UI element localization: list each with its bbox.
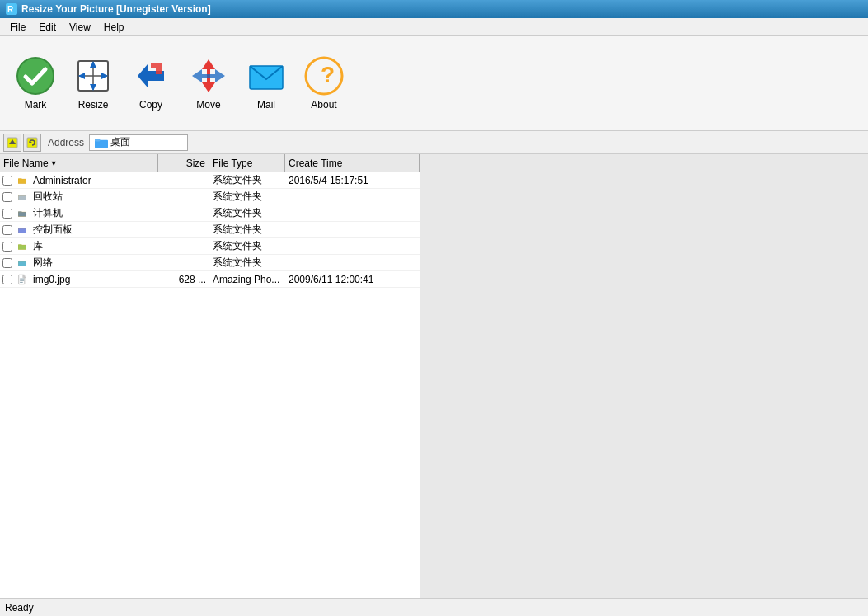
file-type-icon (15, 208, 30, 219)
file-checkbox[interactable] (0, 209, 15, 219)
file-type: 系统文件夹 (209, 190, 285, 204)
file-type: 系统文件夹 (209, 223, 285, 237)
preview-pane (420, 154, 868, 598)
file-type-icon (15, 224, 30, 236)
file-type-icon (15, 241, 30, 252)
nav-up-button[interactable] (3, 134, 21, 152)
move-icon (189, 56, 228, 96)
menu-view[interactable]: View (63, 20, 97, 35)
menu-file[interactable]: File (3, 20, 32, 35)
svg-rect-28 (18, 195, 26, 200)
file-row[interactable]: 网络系统文件夹 (0, 255, 420, 271)
svg-text:?: ? (321, 62, 335, 87)
file-name: 计算机 (30, 206, 158, 220)
title-bar: R Resize Your Picture [Unregister Versio… (0, 0, 868, 18)
file-create-time: 2009/6/11 12:00:41 (285, 274, 420, 285)
sort-arrow: ▼ (50, 159, 58, 167)
file-name: Administrator (30, 175, 158, 186)
file-type-icon (15, 257, 30, 269)
address-label: Address (48, 137, 84, 148)
menu-bar: File Edit View Help (0, 18, 868, 36)
mail-button[interactable]: Mail (237, 42, 295, 125)
file-type: 系统文件夹 (209, 173, 285, 187)
file-checkbox[interactable] (0, 258, 15, 268)
file-type: 系统文件夹 (209, 256, 285, 270)
col-header-size[interactable]: Size (158, 154, 209, 172)
main-content: File Name ▼ Size File Type Create Time A… (0, 154, 868, 598)
address-desktop-text: 桌面 (110, 135, 130, 149)
file-name: img0.jpg (30, 274, 158, 285)
menu-help[interactable]: Help (97, 20, 131, 35)
resize-button[interactable]: Resize (64, 42, 122, 125)
svg-point-2 (17, 58, 54, 94)
status-text: Ready (5, 602, 34, 614)
file-type: 系统文件夹 (209, 239, 285, 253)
copy-icon (131, 56, 171, 96)
toolbar: Mark Resize Copy (0, 36, 868, 131)
col-header-filetype[interactable]: File Type (209, 154, 285, 172)
file-checkbox[interactable] (0, 225, 15, 235)
mark-icon (16, 56, 55, 96)
svg-rect-43 (20, 278, 24, 279)
file-rows: Administrator系统文件夹2016/5/4 15:17:51 回收站系… (0, 172, 420, 598)
col-header-createtime[interactable]: Create Time (285, 154, 420, 172)
file-size: 628 ... (158, 274, 209, 285)
copy-label: Copy (139, 99, 162, 111)
copy-button[interactable]: Copy (122, 42, 180, 125)
svg-rect-40 (18, 261, 26, 266)
file-row[interactable]: 库系统文件夹 (0, 238, 420, 255)
svg-rect-34 (18, 228, 26, 233)
mark-button[interactable]: Mark (7, 42, 64, 125)
file-row[interactable]: 控制面板系统文件夹 (0, 222, 420, 238)
svg-rect-37 (18, 245, 26, 250)
file-row[interactable]: 计算机系统文件夹 (0, 205, 420, 222)
file-checkbox[interactable] (0, 192, 15, 202)
file-type-icon (15, 273, 30, 286)
file-type-icon (15, 175, 30, 186)
file-name: 网络 (30, 256, 158, 270)
file-row[interactable]: Administrator系统文件夹2016/5/4 15:17:51 (0, 172, 420, 189)
file-type: Amazing Pho... (209, 274, 285, 285)
file-name: 库 (30, 239, 158, 253)
file-row[interactable]: img0.jpg628 ...Amazing Pho...2009/6/11 1… (0, 271, 420, 288)
mail-icon (246, 56, 286, 96)
resize-label: Resize (78, 99, 109, 111)
file-type: 系统文件夹 (209, 206, 285, 220)
about-label: About (311, 99, 336, 111)
app-icon: R (5, 2, 18, 16)
svg-rect-45 (20, 281, 23, 282)
address-bar: Address 桌面 (0, 131, 868, 154)
file-create-time: 2016/5/4 15:17:51 (285, 175, 420, 186)
about-icon: ? (304, 56, 344, 96)
file-name: 回收站 (30, 190, 158, 204)
file-type-icon (15, 191, 30, 203)
file-checkbox[interactable] (0, 275, 15, 284)
about-button[interactable]: ? About (295, 42, 353, 125)
address-path: 桌面 (89, 134, 188, 151)
mark-label: Mark (25, 99, 47, 111)
svg-text:R: R (7, 5, 14, 14)
file-list-pane: File Name ▼ Size File Type Create Time A… (0, 154, 420, 598)
svg-rect-31 (18, 212, 26, 217)
svg-rect-44 (20, 280, 24, 280)
svg-rect-22 (95, 139, 100, 141)
status-bar: Ready (0, 598, 868, 616)
move-button[interactable]: Move (180, 42, 237, 125)
desktop-folder-icon (95, 137, 108, 148)
menu-edit[interactable]: Edit (32, 20, 63, 35)
file-row[interactable]: 回收站系统文件夹 (0, 189, 420, 205)
resize-icon (73, 56, 113, 96)
title-text: Resize Your Picture [Unregister Version] (21, 3, 211, 15)
column-headers: File Name ▼ Size File Type Create Time (0, 154, 420, 172)
file-name: 控制面板 (30, 223, 158, 237)
nav-refresh-button[interactable] (23, 134, 41, 152)
file-checkbox[interactable] (0, 242, 15, 252)
file-checkbox[interactable] (0, 176, 15, 186)
svg-rect-25 (18, 179, 26, 184)
col-header-filename[interactable]: File Name ▼ (0, 154, 158, 172)
move-label: Move (196, 99, 220, 111)
mail-label: Mail (257, 99, 275, 111)
